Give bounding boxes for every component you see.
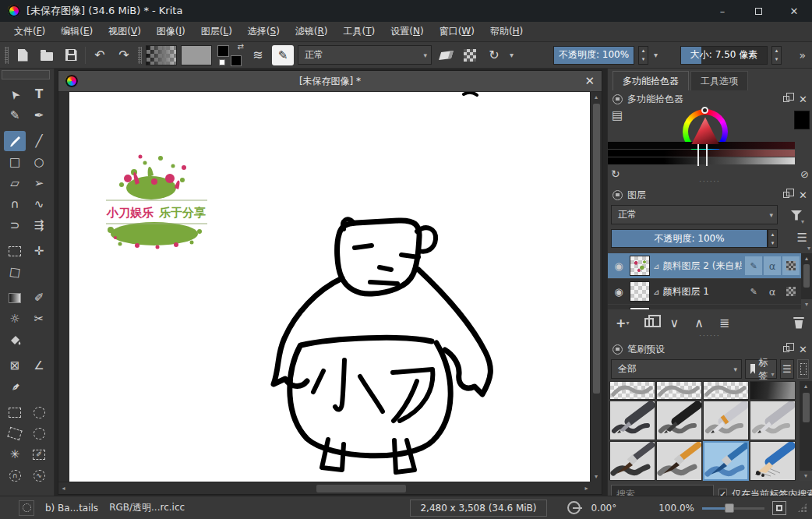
scroll-down-icon[interactable]: ▾: [801, 299, 812, 309]
brush-preset-pen-dark[interactable]: [609, 401, 655, 440]
layer-blend-mode-combobox[interactable]: 正常 ▾: [611, 205, 778, 224]
pattern-chooser-button[interactable]: [181, 45, 212, 65]
lock-icon[interactable]: [613, 344, 623, 355]
visibility-icon[interactable]: ◉: [611, 260, 627, 272]
horizontal-scroll-thumb[interactable]: [316, 485, 406, 493]
brush-preset-pen-silver[interactable]: [750, 401, 796, 440]
opacity-spinner[interactable]: ▴▾: [638, 46, 648, 65]
hsv-triangle[interactable]: [690, 116, 721, 147]
smart-patch-tool[interactable]: ✂: [28, 309, 50, 329]
float-panel-icon[interactable]: [783, 96, 789, 102]
brush-preset-pencil-blue[interactable]: [750, 441, 796, 481]
current-color-swatch[interactable]: [794, 111, 810, 129]
color-range-select-tool[interactable]: ✐: [28, 444, 50, 464]
layer-scroll-thumb[interactable]: [803, 264, 810, 288]
swap-colors-icon[interactable]: ⇄: [238, 42, 244, 51]
move-tool[interactable]: ✛: [28, 241, 50, 261]
freehand-path-tool[interactable]: ∿: [28, 194, 50, 214]
layer-opacity-slider[interactable]: 不透明度: 100%: [611, 229, 768, 248]
measure-tool[interactable]: ∠: [28, 355, 50, 376]
menu-item-W[interactable]: 窗口(W): [432, 22, 482, 41]
docker-splitter[interactable]: [608, 334, 812, 341]
preset-scrollbar[interactable]: ▴ ▾: [800, 381, 812, 481]
preset-scroll-thumb[interactable]: [803, 393, 810, 422]
edit-shapes-tool[interactable]: ✎: [4, 105, 26, 125]
layer-options-menu-icon[interactable]: ☰: [797, 231, 807, 245]
line-tool[interactable]: ╱: [28, 131, 50, 151]
layer-scrollbar[interactable]: ▴▾: [801, 253, 812, 309]
menu-item-N[interactable]: 设置(N): [383, 22, 431, 41]
refresh-shades-icon[interactable]: ↻: [611, 168, 620, 180]
menu-item-T[interactable]: 工具(T): [336, 22, 383, 41]
duplicate-layer-button[interactable]: [644, 318, 654, 327]
multibrush-tool[interactable]: ⇶: [28, 215, 50, 235]
maximize-button[interactable]: [740, 0, 776, 22]
brush-lock-icon[interactable]: ✎: [745, 256, 762, 275]
blend-mode-combobox[interactable]: 正常 ▾: [298, 45, 432, 65]
foreground-color-swatch[interactable]: [217, 45, 229, 57]
alpha-lock-icon[interactable]: α: [764, 308, 781, 309]
freehand-select-tool[interactable]: [28, 423, 50, 443]
bezier-curve-tool[interactable]: ∩: [4, 194, 26, 214]
alpha-lock-icon[interactable]: α: [764, 256, 781, 275]
visibility-icon[interactable]: ◉: [611, 286, 627, 298]
similar-color-select-tool[interactable]: ✳: [4, 444, 26, 464]
ellipse-tool[interactable]: ○: [28, 152, 50, 172]
undo-button[interactable]: ↶: [90, 45, 110, 65]
polygon-tool[interactable]: ▱: [4, 173, 26, 193]
selection-display-mode-button[interactable]: [19, 500, 34, 516]
lock-icon[interactable]: [613, 190, 623, 200]
spin-up-icon[interactable]: ▴: [639, 47, 648, 55]
polygon-select-tool[interactable]: [4, 423, 26, 443]
scroll-down-icon[interactable]: ▾: [800, 471, 812, 481]
reload-preset-button[interactable]: ↻: [484, 45, 504, 65]
brush-preset-brush-dark[interactable]: [609, 441, 655, 481]
freehand-brush-tool[interactable]: [4, 131, 26, 151]
close-panel-icon[interactable]: ✕: [799, 344, 807, 355]
menu-item-L[interactable]: 图层(L): [193, 22, 240, 41]
calligraphy-tool[interactable]: ✒: [28, 105, 50, 125]
rectangle-tool[interactable]: □: [4, 152, 26, 172]
inherit-alpha-icon[interactable]: [782, 308, 800, 309]
preset-display-mode-button[interactable]: [797, 359, 809, 379]
assistants-tool[interactable]: ⊠: [4, 355, 26, 376]
toolbar-overflow-button[interactable]: »: [799, 49, 807, 62]
spin-up-icon[interactable]: ▴: [768, 230, 777, 238]
layer-opacity-spinner[interactable]: ▴▾: [768, 229, 778, 248]
preset-filter-combobox[interactable]: 全部 ▾: [611, 359, 742, 379]
save-button[interactable]: [61, 45, 81, 65]
layer-filter-button[interactable]: ▾: [787, 205, 806, 225]
tag-button[interactable]: 标签 ▾: [745, 359, 777, 379]
brush-editor-button[interactable]: ✎: [272, 45, 294, 65]
float-panel-icon[interactable]: [783, 192, 789, 198]
opacity-slider[interactable]: 不透明度: 100%: [553, 46, 634, 65]
spin-down-icon[interactable]: ▾: [768, 238, 777, 247]
brush-preset-brush-orange[interactable]: [656, 441, 702, 481]
brush-size-slider[interactable]: 大小: 7.50 像素: [680, 46, 768, 65]
magnetic-select-tool[interactable]: ∿: [28, 465, 50, 485]
ellipse-select-tool[interactable]: [28, 402, 50, 422]
delete-layer-button[interactable]: [793, 317, 804, 329]
hue-handle[interactable]: [701, 107, 708, 114]
dynamic-brush-tool[interactable]: ⊃: [4, 215, 26, 235]
no-color-icon[interactable]: ⊘: [800, 168, 809, 180]
open-document-button[interactable]: [37, 45, 57, 65]
layer-properties-button[interactable]: ≣: [719, 316, 729, 330]
menu-item-H[interactable]: 帮助(H): [482, 22, 531, 41]
spin-down-icon[interactable]: ▾: [772, 55, 781, 64]
add-layer-button[interactable]: +▾: [616, 316, 629, 330]
zoom-slider-handle[interactable]: [725, 503, 734, 513]
scroll-down-icon[interactable]: ▾: [591, 471, 602, 482]
layer-row[interactable]: ◉⊿颜料图层 1✎α: [608, 279, 812, 305]
brush-presets-list-button[interactable]: ≋: [248, 45, 268, 65]
brush-preset-stroke-a[interactable]: [609, 381, 655, 400]
opacity-dropdown-arrow[interactable]: ▾: [652, 51, 659, 59]
menu-item-F[interactable]: 文件(F): [6, 22, 53, 41]
canvas-vertical-scrollbar[interactable]: ▴ ▾: [590, 92, 602, 482]
fit-to-view-button[interactable]: [772, 501, 786, 515]
canvas-close-button[interactable]: ✕: [584, 74, 595, 88]
window-resize-grip[interactable]: [797, 503, 807, 513]
inherit-alpha-icon[interactable]: [782, 256, 800, 275]
toolbox-drag-handle[interactable]: [2, 70, 50, 79]
float-panel-icon[interactable]: [783, 346, 789, 352]
